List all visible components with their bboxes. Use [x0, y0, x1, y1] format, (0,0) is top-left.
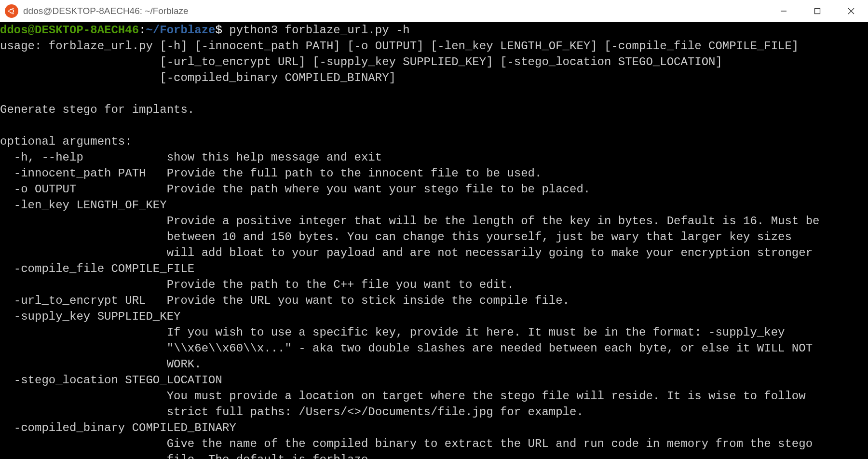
prompt-path: ~/Forblaze — [146, 24, 215, 37]
terminal-line: strict full paths: /Users/<>/Documents/f… — [0, 405, 583, 418]
terminal-line: usage: forblaze_url.py [-h] [-innocent_p… — [0, 40, 799, 53]
terminal-line: -stego_location STEGO_LOCATION — [0, 374, 222, 387]
command-text: python3 forblaze_url.py -h — [222, 24, 410, 37]
terminal-line: -h, --help show this help message and ex… — [0, 151, 382, 164]
prompt-dollar: $ — [215, 24, 222, 37]
window-titlebar[interactable]: ddos@DESKTOP-8AECH46: ~/Forblaze — [0, 0, 868, 22]
close-button[interactable] — [834, 0, 868, 22]
terminal-line: -innocent_path PATH Provide the full pat… — [0, 167, 542, 180]
terminal-line: You must provide a location on target wh… — [0, 390, 806, 403]
prompt-colon: : — [139, 24, 146, 37]
minimize-button[interactable] — [767, 0, 800, 22]
terminal-line: optional arguments: — [0, 135, 132, 148]
terminal-line: "\\x6e\\x60\\x..." - aka two double slas… — [0, 342, 813, 355]
window-controls — [767, 0, 868, 22]
prompt-user-host: ddos@DESKTOP-8AECH46 — [0, 24, 139, 37]
terminal-line: [-compiled_binary COMPILED_BINARY] — [0, 71, 396, 84]
terminal-line: Provide a positive integer that will be … — [0, 215, 819, 228]
terminal-area[interactable]: ddos@DESKTOP-8AECH46:~/Forblaze$ python3… — [0, 22, 868, 459]
terminal-line: Provide the path to the C++ file you wan… — [0, 278, 514, 291]
terminal-line: will add bloat to your payload and are n… — [0, 246, 813, 259]
terminal-line: If you wish to use a specific key, provi… — [0, 326, 785, 339]
terminal-line: Generate stego for implants. — [0, 103, 194, 116]
svg-point-3 — [12, 8, 14, 10]
terminal-line: [-url_to_encrypt URL] [-supply_key SUPPL… — [0, 55, 722, 68]
window-title: ddos@DESKTOP-8AECH46: ~/Forblaze — [23, 6, 189, 16]
terminal-line: Give the name of the compiled binary to … — [0, 437, 813, 450]
terminal-line: -o OUTPUT Provide the path where you wan… — [0, 183, 590, 196]
svg-rect-6 — [815, 9, 820, 14]
terminal-line: -compile_file COMPILE_FILE — [0, 262, 194, 275]
terminal-line: WORK. — [0, 358, 202, 371]
terminal-line: -supply_key SUPPLIED_KEY — [0, 310, 180, 323]
terminal-line: between 10 and 150 bytes. You can change… — [0, 230, 792, 243]
terminal-line: -url_to_encrypt URL Provide the URL you … — [0, 294, 570, 307]
terminal-line: file. The default is forblaze. — [0, 453, 375, 459]
terminal-line: -compiled_binary COMPILED_BINARY — [0, 421, 236, 434]
maximize-button[interactable] — [800, 0, 834, 22]
svg-point-2 — [8, 10, 10, 12]
ubuntu-icon — [5, 4, 18, 18]
terminal-line: -len_key LENGTH_OF_KEY — [0, 199, 167, 212]
svg-point-4 — [12, 13, 14, 14]
